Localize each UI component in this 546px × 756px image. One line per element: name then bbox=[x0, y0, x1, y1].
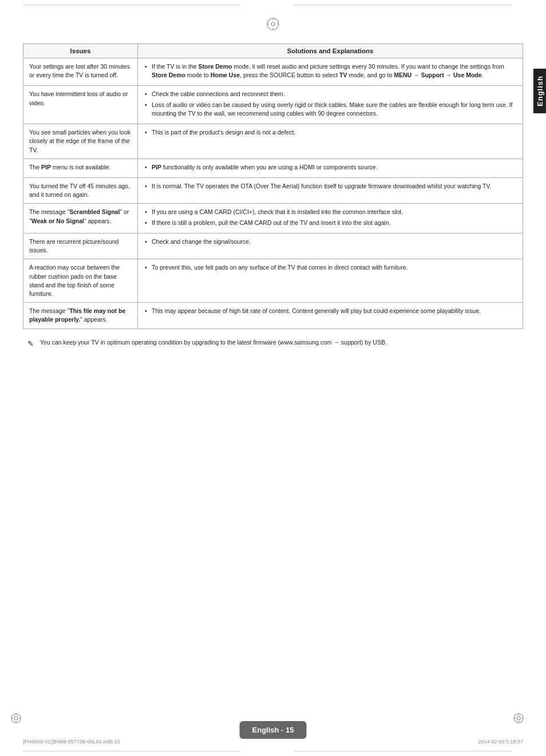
bottom-right-circle-icon bbox=[513, 713, 524, 725]
issue-cell: Your settings are lost after 30 minutes … bbox=[23, 58, 138, 86]
solution-cell: To prevent this, use felt pads on any su… bbox=[138, 259, 523, 303]
solution-cell: If the TV is in the Store Demo mode, it … bbox=[138, 58, 523, 86]
svg-point-1 bbox=[271, 22, 275, 26]
top-border-left bbox=[23, 5, 240, 5]
table-row: The PIP menu is not available. PIP funct… bbox=[23, 159, 523, 177]
bottom-border-left bbox=[23, 751, 240, 751]
table-row: The message "Scrambled Signal" or "Weak … bbox=[23, 204, 523, 233]
issue-cell: You have intermittent loss of audio or v… bbox=[23, 86, 138, 124]
table-row: Your settings are lost after 30 minutes … bbox=[23, 58, 523, 86]
col-header-solutions: Solutions and Explanations bbox=[138, 44, 523, 58]
top-compass-icon bbox=[23, 17, 523, 32]
issue-cell: You turned the TV off 45 minutes ago, an… bbox=[23, 177, 138, 203]
side-language-tab: English bbox=[533, 69, 546, 113]
issue-cell: You see small particles when you look cl… bbox=[23, 124, 138, 159]
solution-cell: Check and change the signal/source. bbox=[138, 233, 523, 259]
solution-cell: Check the cable connections and reconnec… bbox=[138, 86, 523, 124]
svg-point-13 bbox=[517, 717, 520, 720]
col-header-issues: Issues bbox=[23, 44, 138, 58]
table-row: There are recurrent picture/sound issues… bbox=[23, 233, 523, 259]
table-row: You see small particles when you look cl… bbox=[23, 124, 523, 159]
solution-cell: This may appear because of high bit rate… bbox=[138, 303, 523, 328]
solution-cell: If you are using a CAM CARD (CI/CI+), ch… bbox=[138, 204, 523, 233]
page-number-box: English - 15 bbox=[240, 721, 307, 739]
footer-left-text: [PH4500-XC]BN68-05773B-00L04.indb 15 bbox=[23, 739, 120, 745]
bottom-border-right bbox=[294, 751, 512, 751]
troubleshooting-table: Issues Solutions and Explanations Your s… bbox=[23, 43, 523, 329]
solution-cell: This is part of the product's design and… bbox=[138, 124, 523, 159]
page-footer: [PH4500-XC]BN68-05773B-00L04.indb 15 201… bbox=[0, 739, 546, 745]
issue-cell: The message "This file may not be playab… bbox=[23, 303, 138, 328]
svg-point-7 bbox=[14, 717, 18, 720]
table-row: You turned the TV off 45 minutes ago, an… bbox=[23, 177, 523, 203]
note-section: You can keep your TV in optimum operatin… bbox=[23, 338, 523, 347]
footer-right-text: 2014-02-03 ￼5:18:57 bbox=[478, 739, 523, 745]
issue-cell: There are recurrent picture/sound issues… bbox=[23, 233, 138, 259]
solution-cell: It is normal. The TV operates the OTA (O… bbox=[138, 177, 523, 203]
issue-cell: The PIP menu is not available. bbox=[23, 159, 138, 177]
table-row: A reaction may occur between the rubber … bbox=[23, 259, 523, 303]
top-border-right bbox=[294, 5, 512, 5]
page-container: English Issues Solutions and Explanation… bbox=[0, 0, 546, 756]
issue-cell: A reaction may occur between the rubber … bbox=[23, 259, 138, 303]
solution-cell: PIP functionality is only available when… bbox=[138, 159, 523, 177]
issue-cell: The message "Scrambled Signal" or "Weak … bbox=[23, 204, 138, 233]
table-row: You have intermittent loss of audio or v… bbox=[23, 86, 523, 124]
table-row: The message "This file may not be playab… bbox=[23, 303, 523, 328]
bottom-left-circle-icon bbox=[10, 713, 22, 725]
